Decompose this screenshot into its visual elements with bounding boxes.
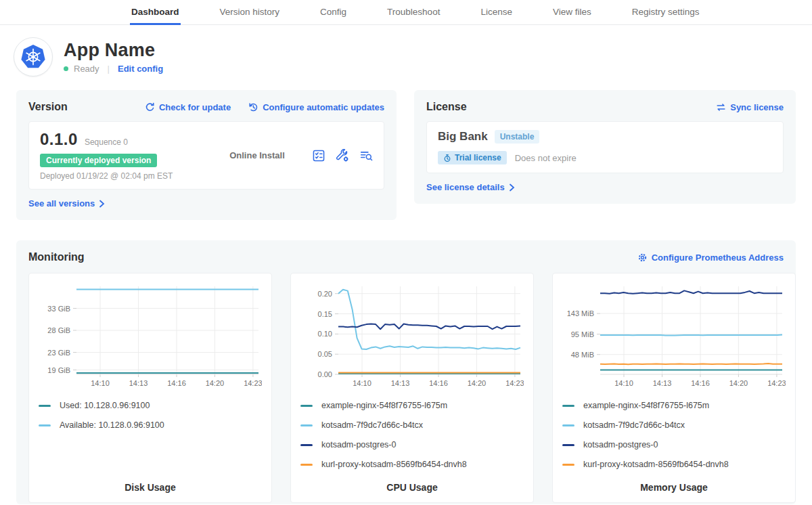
legend-label: kotsadm-7f9dc7d66c-b4tcx [321,420,423,430]
legend-item: example-nginx-54f8f76755-l675m [562,401,786,410]
license-heading: License [426,101,467,113]
svg-text:14:23: 14:23 [505,379,524,387]
legend-swatch [562,444,574,446]
svg-text:28 GiB: 28 GiB [47,326,70,334]
chart-plot: 143 MiB95 MiB48 MiB14:1014:1314:1614:201… [562,282,786,391]
chart-plot: 0.200.150.100.050.0014:1014:1314:1614:20… [300,282,524,391]
legend-item: example-nginx-54f8f76755-l675m [300,401,524,410]
see-all-versions-link[interactable]: See all versions [28,198,105,208]
tab-view-files[interactable]: View files [551,0,593,25]
chart-plot: 33 GiB28 GiB23 GiB19 GiB14:1014:1314:161… [39,282,262,391]
tab-version-history[interactable]: Version history [219,0,281,25]
preflight-checks-icon[interactable] [312,149,325,162]
svg-text:14:23: 14:23 [767,379,786,387]
svg-text:14:16: 14:16 [691,379,710,387]
chart-card-memory-usage: 143 MiB95 MiB48 MiB14:1014:1314:1614:201… [552,273,796,503]
tab-license[interactable]: License [479,0,514,25]
sync-license-link[interactable]: Sync license [716,102,784,112]
tab-config[interactable]: Config [319,0,348,25]
legend-swatch [562,405,574,407]
deployed-badge: Currently deployed version [40,154,157,167]
chart-title: CPU Usage [300,482,524,496]
legend-swatch [300,424,313,426]
clock-refresh-icon [248,102,258,112]
deployed-timestamp: Deployed 01/19/22 @ 02:04 pm EST [40,171,202,181]
tab-troubleshoot[interactable]: Troubleshoot [386,0,441,25]
chevron-right-icon [509,183,515,192]
chart-card-cpu-usage: 0.200.150.100.050.0014:1014:1314:1614:20… [290,273,534,503]
deploy-logs-icon[interactable] [359,149,373,162]
svg-text:14:13: 14:13 [129,379,148,387]
svg-text:14:10: 14:10 [91,379,110,387]
chart-legend: example-nginx-54f8f76755-l675mkotsadm-7f… [300,401,524,479]
svg-text:48 MiB: 48 MiB [571,351,594,359]
tab-dashboard[interactable]: Dashboard [130,0,181,25]
svg-text:14:16: 14:16 [429,379,448,387]
legend-label: kotsadm-postgres-0 [583,440,658,449]
version-card: Version Check for update [16,90,397,220]
status-text: Ready [74,64,99,74]
svg-text:14:20: 14:20 [468,379,487,387]
configure-prometheus-link[interactable]: Configure Prometheus Address [637,252,784,263]
legend-label: example-nginx-54f8f76755-l675m [583,401,709,410]
legend-item: kotsadm-7f9dc7d66c-b4tcx [562,420,786,430]
check-for-update-link[interactable]: Check for update [145,102,231,112]
charts-row: 33 GiB28 GiB23 GiB19 GiB14:1014:1314:161… [28,273,784,503]
chevron-right-icon [99,200,105,208]
status-dot [64,66,68,71]
svg-text:14:23: 14:23 [244,379,262,387]
version-heading: Version [28,101,68,113]
legend-swatch [300,405,313,407]
legend-item: kotsadm-7f9dc7d66c-b4tcx [300,420,524,430]
svg-text:0.20: 0.20 [318,290,332,298]
svg-text:14:13: 14:13 [391,379,410,387]
svg-text:95 MiB: 95 MiB [571,330,594,338]
monitoring-card: Monitoring Configure Prometheus Address … [16,240,796,504]
app-header: App Name Ready | Edit config [0,25,812,81]
trial-license-badge: Trial license [438,151,507,164]
install-type: Online Install [202,150,312,160]
legend-item: Used: 10.128.0.96:9100 [39,401,262,410]
svg-text:14:10: 14:10 [614,379,633,387]
license-customer-name: Big Bank [438,130,488,144]
tab-registry-settings[interactable]: Registry settings [631,0,701,25]
chart-title: Memory Usage [562,482,786,496]
divider: | [108,64,110,74]
license-details-row: Big Bank Unstable Trial license Does not… [426,121,784,173]
legend-item: kotsadm-postgres-0 [562,440,786,449]
legend-label: kotsadm-7f9dc7d66c-b4tcx [583,420,685,430]
svg-text:14:10: 14:10 [353,379,371,387]
svg-text:0.10: 0.10 [318,330,332,338]
version-sequence: Sequence 0 [85,137,128,147]
app-logo [14,37,53,76]
license-card: License Sync license Big Bank Unstable [414,90,796,204]
legend-label: kurl-proxy-kotsadm-8569fb6454-dnvh8 [321,460,467,469]
page-title: App Name [64,40,163,61]
svg-text:23 GiB: 23 GiB [47,349,70,357]
svg-text:19 GiB: 19 GiB [47,366,70,374]
channel-badge: Unstable [495,130,540,144]
monitoring-heading: Monitoring [28,251,85,263]
refresh-icon [145,102,155,112]
chart-legend: Used: 10.128.0.96:9100Available: 10.128.… [39,401,262,440]
chart-card-disk-usage: 33 GiB28 GiB23 GiB19 GiB14:1014:1314:161… [28,273,272,503]
legend-label: kotsadm-postgres-0 [321,440,396,449]
legend-swatch [39,424,51,426]
legend-label: Used: 10.128.0.96:9100 [60,401,150,410]
legend-swatch [562,464,574,466]
version-number: 0.1.0 [40,130,78,149]
kubernetes-icon [20,43,47,70]
svg-text:0.15: 0.15 [318,310,332,318]
legend-swatch [300,444,313,446]
svg-text:143 MiB: 143 MiB [567,309,594,317]
legend-item: Available: 10.128.0.96:9100 [39,420,262,430]
legend-label: Available: 10.128.0.96:9100 [60,420,164,430]
configure-automatic-updates-link[interactable]: Configure automatic updates [248,102,384,112]
see-license-details-link[interactable]: See license details [426,182,515,192]
svg-text:14:16: 14:16 [167,379,186,387]
edit-config-link[interactable]: Edit config [118,64,163,74]
config-wrench-icon[interactable] [336,149,349,162]
legend-item: kotsadm-postgres-0 [300,440,524,449]
svg-text:0.00: 0.00 [318,370,332,378]
stopwatch-icon [443,154,451,162]
